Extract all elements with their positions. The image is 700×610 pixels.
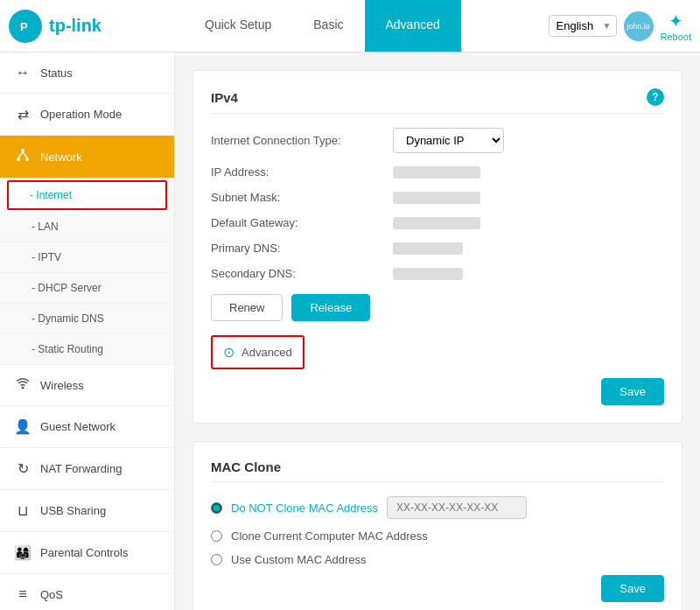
mac-custom-radio[interactable]	[211, 554, 222, 565]
mac-custom-row: Use Custom MAC Address	[211, 553, 664, 566]
qos-icon: ≡	[14, 586, 32, 602]
sidebar-item-usb-sharing[interactable]: ⊔ USB Sharing	[0, 490, 174, 532]
sidebar-item-operation-mode[interactable]: ⇄ Operation Mode	[0, 94, 174, 136]
mac-clone-current-row: Clone Current Computer MAC Address	[211, 529, 664, 543]
subnet-mask-row: Subnet Mask:	[211, 191, 664, 204]
svg-point-3	[17, 158, 20, 161]
logo-icon: P	[9, 10, 42, 43]
sidebar-item-nat-forwarding[interactable]: ↻ NAT Forwarding	[0, 448, 174, 490]
connection-type-select-wrapper: Dynamic IP Static IP PPPoE L2TP PPTP	[393, 128, 504, 153]
advanced-toggle-label: Advanced	[242, 346, 292, 359]
primary-dns-label: Primary DNS:	[211, 242, 386, 255]
sidebar-item-network[interactable]: Network	[0, 136, 174, 179]
mac-clone-save-button[interactable]: Save	[601, 575, 664, 602]
renew-release-row: Renew Release	[211, 294, 664, 321]
parental-icon: 👨‍👩‍👧	[14, 544, 32, 561]
nav-right-controls: English Chinese French German ▼ john.la …	[549, 11, 700, 42]
sidebar-item-lan[interactable]: - LAN	[0, 212, 174, 242]
wireless-icon	[14, 377, 32, 393]
default-gateway-value	[393, 217, 480, 229]
secondary-dns-value	[393, 268, 463, 280]
connection-type-select[interactable]: Dynamic IP Static IP PPPoE L2TP PPTP	[393, 128, 504, 153]
sidebar-item-qos[interactable]: ≡ QoS	[0, 574, 174, 610]
svg-text:P: P	[20, 20, 28, 33]
mac-custom-label[interactable]: Use Custom MAC Address	[231, 553, 367, 566]
svg-line-5	[18, 152, 23, 158]
mac-no-clone-radio[interactable]	[211, 502, 222, 514]
secondary-dns-row: Secondary DNS:	[211, 267, 664, 280]
main-nav-tabs: Quick Setup Basic Advanced	[184, 0, 549, 52]
main-content: IPv4 ? Internet Connection Type: Dynamic…	[175, 53, 700, 610]
subnet-mask-label: Subnet Mask:	[211, 191, 386, 204]
sidebar-item-dhcp-server[interactable]: - DHCP Server	[0, 273, 174, 304]
main-layout: ↔ Status ⇄ Operation Mode Network - In	[0, 53, 700, 610]
sidebar-item-internet[interactable]: - Internet	[7, 180, 167, 210]
user-avatar[interactable]: john.la	[624, 11, 654, 41]
renew-button[interactable]: Renew	[211, 294, 283, 321]
logo-area: P tp-link	[9, 10, 184, 43]
svg-point-7	[22, 387, 24, 389]
network-icon	[14, 148, 32, 165]
nat-icon: ↻	[14, 460, 32, 477]
sidebar-label-status: Status	[40, 67, 73, 80]
secondary-dns-label: Secondary DNS:	[211, 267, 386, 280]
primary-dns-value	[393, 242, 463, 255]
reboot-label: Reboot	[661, 32, 691, 42]
ipv4-save-button[interactable]: Save	[601, 378, 664, 405]
sidebar-label-qos: QoS	[40, 588, 63, 601]
advanced-toggle-wrapper: ⊙ Advanced	[211, 335, 664, 369]
svg-line-6	[23, 152, 27, 158]
ipv4-section: IPv4 ? Internet Connection Type: Dynamic…	[192, 70, 682, 424]
sidebar-label-parental: Parental Controls	[40, 546, 128, 559]
network-sub-menu: - Internet - LAN - IPTV - DHCP Server - …	[0, 180, 174, 365]
operation-mode-icon: ⇄	[14, 106, 32, 123]
mac-clone-current-radio[interactable]	[211, 530, 222, 542]
chevron-circle-icon: ⊙	[223, 344, 234, 361]
mac-no-clone-label[interactable]: Do NOT Clone MAC Address	[231, 501, 378, 515]
mac-clone-save-row: Save	[211, 575, 664, 602]
default-gateway-label: Default Gateway:	[211, 216, 386, 229]
guest-network-icon: 👤	[14, 418, 32, 435]
default-gateway-row: Default Gateway:	[211, 216, 664, 229]
tab-advanced[interactable]: Advanced	[365, 0, 461, 52]
language-selector-wrapper: English Chinese French German ▼	[549, 15, 617, 37]
svg-point-4	[25, 158, 29, 161]
reboot-icon: ✦	[668, 11, 683, 32]
ip-address-value	[393, 166, 480, 179]
sidebar: ↔ Status ⇄ Operation Mode Network - In	[0, 53, 175, 610]
sidebar-item-status[interactable]: ↔ Status	[0, 53, 174, 94]
top-navigation: P tp-link Quick Setup Basic Advanced Eng…	[0, 0, 700, 53]
mac-clone-section: MAC Clone Do NOT Clone MAC Address Clone…	[192, 441, 682, 610]
ip-address-row: IP Address:	[211, 165, 664, 179]
sidebar-item-guest-network[interactable]: 👤 Guest Network	[0, 406, 174, 448]
logo-text: tp-link	[49, 16, 102, 36]
sidebar-label-guest-network: Guest Network	[40, 420, 116, 433]
mac-no-clone-row: Do NOT Clone MAC Address	[211, 496, 664, 519]
mac-clone-current-label[interactable]: Clone Current Computer MAC Address	[231, 529, 428, 543]
mac-no-clone-input[interactable]	[387, 496, 527, 519]
sidebar-label-wireless: Wireless	[40, 379, 84, 392]
connection-type-label: Internet Connection Type:	[211, 134, 386, 147]
help-icon[interactable]: ?	[647, 88, 664, 106]
advanced-toggle[interactable]: ⊙ Advanced	[211, 335, 304, 369]
connection-type-row: Internet Connection Type: Dynamic IP Sta…	[211, 128, 664, 153]
language-select[interactable]: English Chinese French German	[549, 15, 617, 37]
ipv4-save-row: Save	[211, 378, 664, 405]
mac-clone-title: MAC Clone	[211, 459, 664, 482]
sidebar-item-wireless[interactable]: Wireless	[0, 365, 174, 406]
sidebar-item-iptv[interactable]: - IPTV	[0, 242, 174, 273]
mac-clone-radio-group: Do NOT Clone MAC Address Clone Current C…	[211, 496, 664, 566]
release-button[interactable]: Release	[291, 294, 370, 321]
primary-dns-row: Primary DNS:	[211, 242, 664, 255]
reboot-button[interactable]: ✦ Reboot	[661, 11, 691, 42]
sidebar-item-dynamic-dns[interactable]: - Dynamic DNS	[0, 304, 174, 334]
sidebar-item-static-routing[interactable]: - Static Routing	[0, 334, 174, 365]
subnet-mask-value	[393, 192, 480, 204]
ip-address-label: IP Address:	[211, 165, 386, 179]
user-initials: john.la	[626, 22, 650, 31]
usb-icon: ⊔	[14, 502, 32, 519]
tab-basic[interactable]: Basic	[292, 0, 364, 52]
tab-quick-setup[interactable]: Quick Setup	[184, 0, 292, 52]
status-icon: ↔	[14, 65, 32, 81]
sidebar-item-parental-controls[interactable]: 👨‍👩‍👧 Parental Controls	[0, 532, 174, 574]
